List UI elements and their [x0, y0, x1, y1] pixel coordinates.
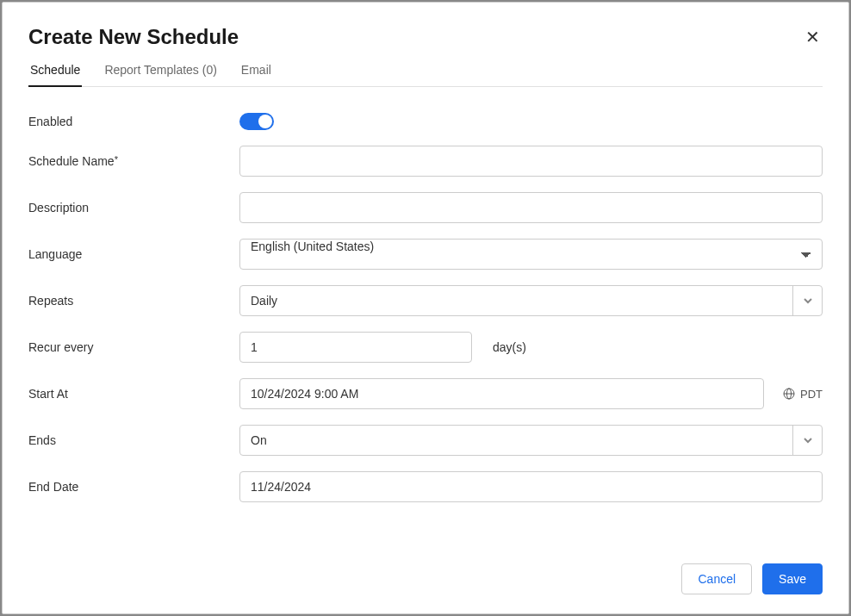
row-end-date: End Date — [28, 471, 823, 502]
row-schedule-name: Schedule Name* — [28, 146, 823, 177]
ends-value: On — [251, 433, 267, 447]
label-recur-every: Recur every — [28, 340, 239, 354]
required-indicator: * — [115, 154, 118, 165]
control-recur-every: day(s) — [239, 332, 823, 363]
timezone-text: PDT — [800, 388, 823, 401]
schedule-name-input[interactable] — [239, 146, 823, 177]
modal-body: Enabled Schedule Name* Description Langu… — [3, 87, 848, 550]
tab-report-templates[interactable]: Report Templates (0) — [102, 63, 218, 87]
timezone-indicator: PDT — [783, 388, 823, 401]
row-recur-every: Recur every day(s) — [28, 332, 823, 363]
control-repeats: Daily — [239, 285, 823, 316]
label-ends: Ends — [28, 433, 239, 447]
create-schedule-modal: Create New Schedule ✕ Schedule Report Te… — [2, 2, 849, 614]
control-enabled — [239, 113, 823, 130]
label-schedule-name: Schedule Name* — [28, 154, 239, 168]
label-end-date: End Date — [28, 480, 239, 494]
enabled-toggle[interactable] — [239, 113, 274, 130]
label-repeats: Repeats — [28, 294, 239, 308]
row-language: Language English (United States) — [28, 239, 823, 270]
row-description: Description — [28, 192, 823, 223]
row-ends: Ends On — [28, 425, 823, 456]
label-language: Language — [28, 247, 239, 261]
cancel-button[interactable]: Cancel — [681, 563, 752, 594]
tab-email[interactable]: Email — [239, 63, 273, 87]
control-description — [239, 192, 823, 223]
description-input[interactable] — [239, 192, 823, 223]
row-repeats: Repeats Daily — [28, 285, 823, 316]
language-select[interactable]: English (United States) — [239, 239, 823, 270]
language-value: English (United States) — [251, 240, 374, 253]
tabs: Schedule Report Templates (0) Email — [28, 63, 823, 87]
label-start-at: Start At — [28, 387, 239, 401]
chevron-down-icon — [792, 426, 822, 455]
chevron-down-icon — [792, 286, 822, 315]
end-date-input[interactable] — [239, 471, 823, 502]
modal-header: Create New Schedule ✕ Schedule Report Te… — [3, 3, 848, 87]
close-icon: ✕ — [805, 27, 820, 47]
row-enabled: Enabled — [28, 113, 823, 130]
globe-icon — [783, 388, 795, 400]
control-end-date — [239, 471, 823, 502]
recur-every-input[interactable] — [239, 332, 472, 363]
label-enabled: Enabled — [28, 115, 239, 128]
repeats-value: Daily — [251, 294, 277, 308]
save-button[interactable]: Save — [762, 563, 823, 594]
label-description: Description — [28, 201, 239, 215]
modal-title: Create New Schedule — [28, 25, 823, 49]
recur-every-suffix: day(s) — [493, 340, 526, 354]
repeats-select[interactable]: Daily — [239, 285, 823, 316]
label-schedule-name-text: Schedule Name — [28, 154, 115, 168]
control-language: English (United States) — [239, 239, 823, 270]
modal-footer: Cancel Save — [3, 550, 848, 613]
close-button[interactable]: ✕ — [802, 27, 823, 47]
toggle-knob — [258, 115, 272, 128]
control-schedule-name — [239, 146, 823, 177]
control-ends: On — [239, 425, 823, 456]
control-start-at: PDT — [239, 378, 823, 409]
row-start-at: Start At PDT — [28, 378, 823, 409]
ends-select[interactable]: On — [239, 425, 823, 456]
tab-schedule[interactable]: Schedule — [28, 63, 82, 87]
spacer — [28, 518, 823, 550]
start-at-input[interactable] — [239, 378, 764, 409]
